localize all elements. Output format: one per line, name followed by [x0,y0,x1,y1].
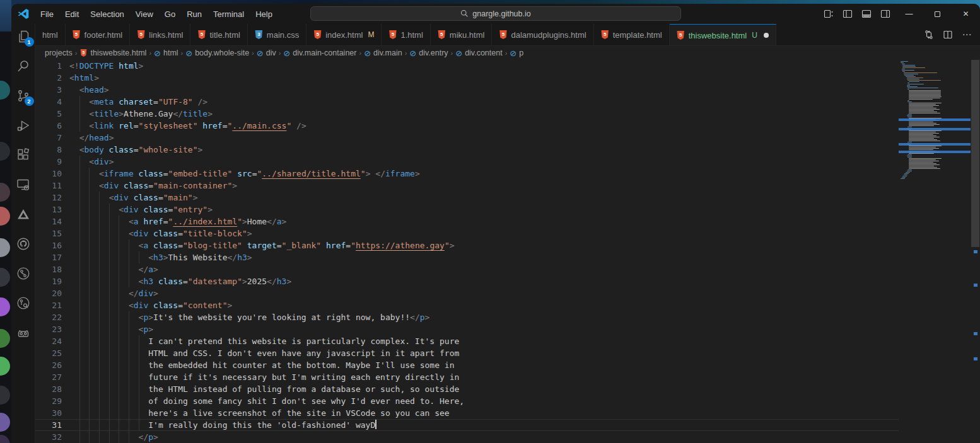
tab-template.html[interactable]: 5template.html [594,24,670,45]
tab-label: index.html [325,30,363,40]
tab-label: title.html [209,30,240,40]
open-changes-icon[interactable] [921,27,937,42]
activity-remote-explorer-icon[interactable] [16,177,31,192]
menu-selection[interactable]: Selection [85,8,129,21]
code-line-18: 18 </a> [35,263,899,275]
activity-source-control-icon[interactable]: 2 [16,88,31,103]
css-file-icon: 3 [255,30,263,39]
code-line-15: 15 <div class="title-block"> [35,227,899,239]
tab-dalamudplugins.html[interactable]: 5dalamudplugins.html [492,24,593,45]
html-file-icon: 5 [438,30,446,39]
tab-title.html[interactable]: 5title.html [190,24,247,45]
activity-search-icon[interactable] [16,59,31,74]
html-file-icon: 5 [73,30,81,39]
customize-layout-button[interactable] [819,6,838,21]
line-number: 25 [35,347,69,359]
toggle-panel-button[interactable] [857,6,876,21]
tab-html[interactable]: html [35,24,66,45]
minimize-button[interactable]: — [895,4,923,24]
breadcrumb-item-body.whole-site[interactable]: ⊘body.whole-site [185,49,249,57]
menu-go[interactable]: Go [159,8,181,21]
tab-miku.html[interactable]: 5miku.html [431,24,493,45]
menu-file[interactable]: File [35,8,59,21]
code-line-7: 7 </head> [35,132,899,144]
line-number: 5 [35,108,69,120]
command-center-search[interactable]: gnargle.github.io [310,6,681,21]
tab-thiswebsite.html[interactable]: 5thiswebsite.htmlU [670,24,776,45]
code-line-25: 25 HTML and CSS. I don't even have any j… [35,347,899,359]
close-button[interactable]: ✕ [952,4,980,24]
line-number: 13 [35,204,69,216]
breadcrumb-item-p[interactable]: ⊘p [510,49,523,57]
tab-index.html[interactable]: 5index.htmlM [306,24,382,45]
tab-label: main.css [267,30,299,40]
activity-extensions-icon[interactable] [16,147,31,163]
activity-triangle-extension-icon[interactable] [16,207,31,222]
symbol-element-icon: ⊘ [154,49,161,57]
tab-1.html[interactable]: 51.html [382,24,430,45]
scrollbar-slider[interactable] [971,60,979,247]
minimap[interactable] [899,60,971,443]
code-line-16: 16 <a class="blog-title" target="_blank"… [35,239,899,251]
code-line-10: 10 <iframe class="embed-title" src="../s… [35,168,899,180]
line-number: 21 [35,299,69,311]
code-area[interactable]: 1<!DOCTYPE html>2<html>3 <head>4 <meta c… [35,60,899,443]
activity-explorer-icon[interactable]: 1 [16,29,31,44]
breadcrumb-item-div[interactable]: ⊘div [257,49,276,57]
breadcrumb-item-div.main[interactable]: ⊘div.main [364,49,402,57]
tab-main.css[interactable]: 3main.css [248,24,306,45]
code-line-21: 21 <div class="content"> [35,299,899,311]
menu-view[interactable]: View [130,8,159,21]
tab-footer.html[interactable]: 5footer.html [66,24,131,45]
line-number: 3 [35,84,69,96]
toggle-secondary-sidebar-button[interactable] [876,6,895,21]
editor-scrollbar[interactable] [971,60,980,443]
tab-links.html[interactable]: 5links.html [130,24,190,45]
line-number: 29 [35,395,69,407]
tab-bar: html5footer.html5links.html5title.html3m… [35,24,980,46]
html-file-icon: 5 [677,31,685,40]
tab-label: template.html [613,30,662,40]
breadcrumb-separator: › [505,49,508,57]
code-line-24: 24 I can't pretend this website is parti… [35,335,899,347]
breadcrumb-separator: › [358,49,362,57]
code-line-12: 12 <div class="main"> [35,192,899,204]
line-number: 22 [35,311,69,323]
editor-pane[interactable]: 1<!DOCTYPE html>2<html>3 <head>4 <meta c… [35,60,980,443]
unsaved-dot [764,33,769,38]
command-center-text: gnargle.github.io [472,9,530,18]
activity-run-and-debug-icon[interactable] [16,118,31,133]
code-line-30: 30 here's a live screenshot of the site … [35,407,899,419]
maximize-button[interactable] [923,4,952,24]
menu-terminal[interactable]: Terminal [207,8,250,21]
line-number: 27 [35,371,69,383]
menu-edit[interactable]: Edit [59,8,85,21]
breadcrumb: projects›5thiswebsite.html›⊘html›⊘body.w… [35,46,980,60]
activity-git-history-icon[interactable] [16,296,31,311]
activity-godot-tools-icon[interactable] [16,325,31,340]
html-file-icon: 5 [197,30,206,39]
symbol-element-icon: ⊘ [283,49,290,57]
git-status-badge: M [368,30,374,39]
menu-run[interactable]: Run [181,8,207,21]
tab-label: html [42,30,58,40]
code-line-20: 20 </div> [35,287,899,299]
code-line-14: 14 <a href="../index.html">Home</a> [35,216,899,227]
breadcrumb-item-div.content[interactable]: ⊘div.content [455,49,502,57]
html-file-icon: 5 [137,30,145,39]
breadcrumb-separator: › [278,49,282,57]
symbol-element-icon: ⊘ [257,49,264,57]
toggle-primary-sidebar-button[interactable] [838,6,857,21]
split-editor-icon[interactable] [940,27,956,42]
activity-git-graph-icon[interactable] [16,266,31,281]
more-actions-icon[interactable]: ⋯ [959,27,975,42]
code-line-8: 8 <body class="whole-site"> [35,144,899,156]
menu-help[interactable]: Help [250,8,278,21]
breadcrumb-item-thiswebsite.html[interactable]: 5thiswebsite.html [79,49,146,57]
breadcrumb-item-div.entry[interactable]: ⊘div.entry [409,49,448,57]
breadcrumb-item-div.main-container[interactable]: ⊘div.main-container [283,49,356,57]
menu-bar: FileEditSelectionViewGoRunTerminalHelp [35,8,278,21]
breadcrumb-item-projects[interactable]: projects [45,49,73,57]
breadcrumb-item-html[interactable]: ⊘html [154,49,178,57]
activity-github-icon[interactable] [16,236,31,251]
